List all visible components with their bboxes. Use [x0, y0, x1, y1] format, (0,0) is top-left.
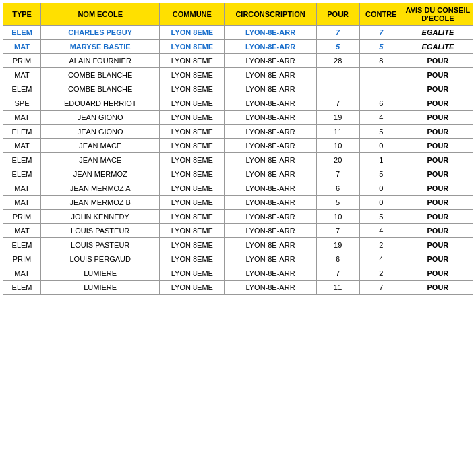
- cell-avis: POUR: [403, 224, 473, 238]
- cell-type: PRIM: [3, 54, 41, 68]
- table-row: SPEEDOUARD HERRIOTLYON 8EMELYON-8E-ARR76…: [3, 96, 473, 111]
- header-avis: AVIS DU CONSEIL D'ECOLE: [403, 3, 473, 26]
- cell-type: ELEM: [3, 153, 41, 167]
- cell-contre: 0: [359, 181, 403, 196]
- cell-circo: LYON-8E-ARR: [225, 82, 316, 96]
- cell-commune: LYON 8EME: [160, 210, 225, 224]
- cell-nom: EDOUARD HERRIOT: [41, 96, 160, 111]
- cell-avis: POUR: [403, 266, 473, 281]
- cell-contre: 0: [359, 196, 403, 210]
- cell-commune: LYON 8EME: [160, 266, 225, 281]
- cell-circo: LYON-8E-ARR: [225, 181, 316, 196]
- cell-avis: POUR: [403, 139, 473, 153]
- cell-avis: POUR: [403, 210, 473, 224]
- cell-contre: 5: [359, 167, 403, 181]
- cell-nom: JEAN GIONO: [41, 125, 160, 139]
- cell-circo: LYON-8E-ARR: [225, 54, 316, 68]
- cell-avis: POUR: [403, 68, 473, 82]
- cell-avis: POUR: [403, 125, 473, 139]
- header-pour: POUR: [316, 3, 359, 26]
- cell-contre: 4: [359, 252, 403, 266]
- cell-commune: LYON 8EME: [160, 167, 225, 181]
- cell-commune: LYON 8EME: [160, 111, 225, 125]
- cell-circo: LYON-8E-ARR: [225, 196, 316, 210]
- cell-contre: 5: [359, 40, 403, 54]
- cell-type: MAT: [3, 139, 41, 153]
- cell-avis: POUR: [403, 167, 473, 181]
- cell-avis: EGALITE: [403, 40, 473, 54]
- cell-type: MAT: [3, 111, 41, 125]
- cell-avis: POUR: [403, 82, 473, 96]
- cell-contre: 1: [359, 153, 403, 167]
- cell-avis: EGALITE: [403, 26, 473, 40]
- cell-pour: 7: [316, 167, 359, 181]
- cell-contre: 2: [359, 238, 403, 252]
- table-row: MATJEAN MERMOZ ALYON 8EMELYON-8E-ARR60PO…: [3, 181, 473, 196]
- table-row: ELEMJEAN MACELYON 8EMELYON-8E-ARR201POUR: [3, 153, 473, 167]
- cell-pour: 20: [316, 153, 359, 167]
- cell-nom: JEAN MACE: [41, 139, 160, 153]
- table-row: PRIMJOHN KENNEDYLYON 8EMELYON-8E-ARR105P…: [3, 210, 473, 224]
- cell-contre: [359, 68, 403, 82]
- cell-type: MAT: [3, 196, 41, 210]
- cell-nom: CHARLES PEGUY: [41, 26, 160, 40]
- header-type: TYPE: [3, 3, 41, 26]
- cell-nom: JEAN MERMOZ A: [41, 181, 160, 196]
- cell-pour: 7: [316, 224, 359, 238]
- cell-contre: 7: [359, 26, 403, 40]
- table-row: ELEMCHARLES PEGUYLYON 8EMELYON-8E-ARR77E…: [3, 26, 473, 40]
- header-commune: COMMUNE: [160, 3, 225, 26]
- cell-circo: LYON-8E-ARR: [225, 252, 316, 266]
- header-nom-ecole: NOM ECOLE: [41, 3, 160, 26]
- cell-circo: LYON-8E-ARR: [225, 26, 316, 40]
- cell-circo: LYON-8E-ARR: [225, 266, 316, 281]
- cell-circo: LYON-8E-ARR: [225, 139, 316, 153]
- cell-type: PRIM: [3, 210, 41, 224]
- cell-commune: LYON 8EME: [160, 224, 225, 238]
- cell-pour: 6: [316, 252, 359, 266]
- cell-commune: LYON 8EME: [160, 281, 225, 295]
- table-row: MATJEAN GIONOLYON 8EMELYON-8E-ARR194POUR: [3, 111, 473, 125]
- cell-nom: LOUIS PASTEUR: [41, 224, 160, 238]
- cell-pour: 5: [316, 40, 359, 54]
- cell-type: ELEM: [3, 26, 41, 40]
- cell-commune: LYON 8EME: [160, 252, 225, 266]
- cell-commune: LYON 8EME: [160, 153, 225, 167]
- cell-circo: LYON-8E-ARR: [225, 238, 316, 252]
- cell-contre: 0: [359, 139, 403, 153]
- cell-pour: [316, 68, 359, 82]
- cell-avis: POUR: [403, 238, 473, 252]
- main-table: TYPE NOM ECOLE COMMUNE CIRCONSCRIPTION P…: [3, 3, 473, 295]
- table-row: ELEMJEAN MERMOZLYON 8EMELYON-8E-ARR75POU…: [3, 167, 473, 181]
- cell-circo: LYON-8E-ARR: [225, 167, 316, 181]
- cell-commune: LYON 8EME: [160, 68, 225, 82]
- cell-pour: 10: [316, 210, 359, 224]
- cell-contre: 8: [359, 54, 403, 68]
- header-circonscription: CIRCONSCRIPTION: [225, 3, 316, 26]
- cell-contre: 7: [359, 281, 403, 295]
- cell-avis: POUR: [403, 111, 473, 125]
- cell-type: MAT: [3, 266, 41, 281]
- cell-commune: LYON 8EME: [160, 139, 225, 153]
- cell-commune: LYON 8EME: [160, 125, 225, 139]
- cell-pour: 28: [316, 54, 359, 68]
- table-row: ELEMJEAN GIONOLYON 8EMELYON-8E-ARR115POU…: [3, 125, 473, 139]
- table-row: MATLUMIERELYON 8EMELYON-8E-ARR72POUR: [3, 266, 473, 281]
- cell-circo: LYON-8E-ARR: [225, 281, 316, 295]
- cell-pour: 7: [316, 26, 359, 40]
- table-row: MATJEAN MACELYON 8EMELYON-8E-ARR100POUR: [3, 139, 473, 153]
- cell-avis: POUR: [403, 54, 473, 68]
- cell-type: PRIM: [3, 252, 41, 266]
- cell-nom: ALAIN FOURNIER: [41, 54, 160, 68]
- cell-type: MAT: [3, 224, 41, 238]
- cell-contre: 4: [359, 224, 403, 238]
- table-row: MATLOUIS PASTEURLYON 8EMELYON-8E-ARR74PO…: [3, 224, 473, 238]
- cell-type: ELEM: [3, 281, 41, 295]
- cell-commune: LYON 8EME: [160, 40, 225, 54]
- cell-circo: LYON-8E-ARR: [225, 210, 316, 224]
- cell-circo: LYON-8E-ARR: [225, 125, 316, 139]
- cell-type: ELEM: [3, 82, 41, 96]
- cell-avis: POUR: [403, 153, 473, 167]
- cell-pour: 11: [316, 125, 359, 139]
- cell-contre: [359, 82, 403, 96]
